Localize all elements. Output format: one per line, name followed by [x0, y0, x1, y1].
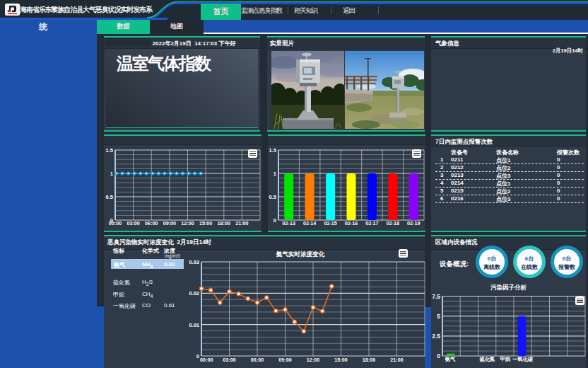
svg-text:03:00: 03:00 [127, 220, 139, 226]
svg-text:7.5: 7.5 [432, 293, 440, 300]
svg-text:一氧化碳: 一氧化碳 [512, 356, 534, 362]
svg-text:09:00: 09:00 [163, 220, 176, 226]
svg-text:15:00: 15:00 [334, 357, 347, 363]
svg-text:2.5: 2.5 [432, 333, 440, 340]
svg-text:00:00: 00:00 [109, 220, 122, 226]
svg-text:0.01: 0.01 [189, 322, 199, 328]
svg-text:0: 0 [274, 217, 276, 224]
svg-text:02-14: 02-14 [303, 220, 316, 226]
svg-text:21:00: 21:00 [390, 357, 403, 363]
svg-text:0: 0 [196, 353, 199, 360]
svg-text:02-13: 02-13 [283, 220, 295, 226]
svg-text:甲烷: 甲烷 [500, 356, 511, 362]
svg-text:15:00: 15:00 [199, 220, 212, 226]
svg-text:1: 1 [274, 171, 276, 177]
svg-text:02-19: 02-19 [407, 220, 420, 226]
svg-text:0: 0 [437, 352, 440, 360]
svg-text:02-16: 02-16 [345, 220, 358, 226]
svg-text:06:00: 06:00 [251, 357, 264, 363]
svg-text:02-18: 02-18 [387, 220, 399, 226]
svg-text:0.02: 0.02 [189, 290, 199, 297]
svg-text:1: 1 [110, 171, 113, 177]
svg-text:1.5: 1.5 [269, 147, 276, 154]
svg-text:12:00: 12:00 [181, 220, 194, 226]
svg-text:03:00: 03:00 [223, 357, 235, 363]
svg-text:18:00: 18:00 [363, 357, 375, 363]
svg-text:1.5: 1.5 [106, 147, 113, 154]
svg-text:0.5: 0.5 [269, 194, 276, 200]
svg-text:09:00: 09:00 [278, 357, 291, 363]
svg-text:02-17: 02-17 [365, 220, 378, 226]
svg-text:18:00: 18:00 [218, 220, 230, 226]
svg-text:00:00: 00:00 [200, 357, 213, 363]
svg-text:21:00: 21:00 [235, 220, 248, 226]
svg-text:氨气: 氨气 [445, 356, 456, 362]
svg-text:5: 5 [437, 313, 440, 320]
svg-text:02-15: 02-15 [324, 220, 336, 226]
svg-text:12:00: 12:00 [307, 357, 319, 363]
svg-text:06:00: 06:00 [145, 220, 158, 226]
svg-text:硫化氢: 硫化氢 [479, 356, 495, 362]
svg-text:0.03: 0.03 [189, 259, 199, 265]
svg-text:0.5: 0.5 [106, 194, 113, 200]
